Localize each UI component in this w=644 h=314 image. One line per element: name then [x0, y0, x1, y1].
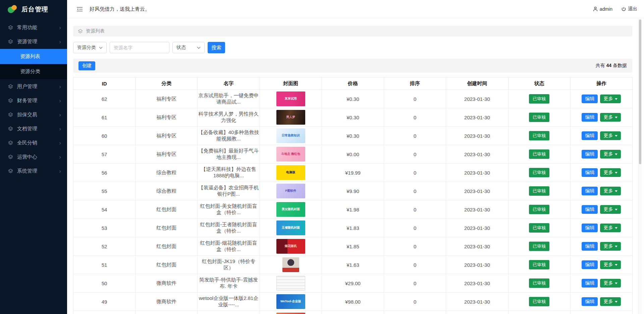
more-button[interactable]: 更多: [600, 168, 621, 177]
topbar: 好风凭借力，送我上青云。 admin 退出: [67, 0, 644, 18]
more-button[interactable]: 更多: [600, 279, 621, 288]
sidebar-item-8[interactable]: 全民分销 ›: [0, 136, 67, 149]
power-icon: [621, 7, 626, 12]
sidebar-item-4[interactable]: 用户管理 ›: [0, 80, 67, 93]
cell-status: 已审核: [508, 219, 570, 237]
caret-down-icon: [615, 172, 618, 174]
sidebar-subitem-3[interactable]: 资源分类: [0, 64, 67, 79]
edit-button[interactable]: 编辑: [582, 242, 598, 251]
cell-status: 已审核: [508, 145, 570, 164]
create-button[interactable]: 创建: [78, 61, 95, 70]
logout-button[interactable]: 退出: [621, 6, 637, 12]
cover-image[interactable]: 男人梦: [276, 110, 305, 125]
more-button[interactable]: 更多: [600, 187, 621, 195]
cover-image[interactable]: 京东试用: [276, 91, 305, 106]
edit-button[interactable]: 编辑: [582, 187, 598, 195]
cell-id: 53: [73, 219, 136, 237]
cell-created: 2023-01-30: [446, 164, 508, 182]
cell-cover: 京东试用: [260, 90, 322, 108]
cell-cover: 王者随机封面: [260, 219, 322, 237]
cover-image[interactable]: [282, 257, 299, 272]
cover-image[interactable]: 斗地主 撸红包: [276, 147, 305, 162]
cell-actions: 编辑 更多: [570, 256, 632, 274]
more-button[interactable]: 更多: [600, 113, 621, 122]
cell-sort: 0: [384, 274, 446, 293]
edit-button[interactable]: 编辑: [582, 150, 598, 159]
cell-name: 京东试用助手，一键免费申请商品试...: [198, 90, 260, 108]
cell-cover: 烟花随机: [260, 237, 322, 256]
edit-button[interactable]: 编辑: [582, 95, 598, 103]
resource-name-input[interactable]: [110, 42, 169, 53]
diamond-layers-icon: [8, 84, 13, 89]
more-button[interactable]: 更多: [600, 260, 621, 269]
logout-label: 退出: [628, 6, 637, 12]
col-header: 创建时间: [446, 77, 508, 90]
col-header: 操作: [570, 77, 632, 90]
cell-actions: 编辑 更多: [570, 274, 632, 293]
edit-button[interactable]: 编辑: [582, 224, 598, 232]
cell-id: 57: [73, 145, 136, 164]
edit-button[interactable]: 编辑: [582, 260, 598, 269]
vertical-scrollbar[interactable]: [638, 19, 642, 314]
sidebar-item-10[interactable]: 系统管理 ›: [0, 164, 67, 178]
submenu: 资源列表资源分类: [0, 49, 67, 79]
sidebar-item-7[interactable]: 文档管理 ›: [0, 122, 67, 135]
caret-down-icon: [615, 264, 618, 266]
sidebar-subitem-2[interactable]: 资源列表: [0, 49, 67, 64]
sidebar-item-9[interactable]: 运营中心 ›: [0, 150, 67, 164]
chevron-right-icon: ›: [59, 39, 61, 45]
edit-button[interactable]: 编辑: [582, 131, 598, 140]
cell-actions: 编辑 更多: [570, 200, 632, 219]
status-badge: 已审核: [529, 297, 549, 306]
cell-status: 已审核: [508, 164, 570, 182]
sidebar-item-5[interactable]: 财务管理 ›: [0, 94, 67, 107]
user-menu[interactable]: admin: [593, 6, 612, 12]
search-button[interactable]: 搜索: [208, 42, 225, 53]
more-button[interactable]: 更多: [600, 131, 621, 140]
more-button[interactable]: 更多: [600, 150, 621, 159]
cover-image[interactable]: 烟花随机: [276, 239, 305, 254]
cell-price: ¥9.90: [322, 182, 384, 200]
cell-created: 2023-01-30: [446, 127, 508, 145]
edit-button[interactable]: 编辑: [582, 113, 598, 122]
cell-status: 已审核: [508, 274, 570, 293]
cell-status: 已审核: [508, 182, 570, 200]
topbar-right: admin 退出: [593, 6, 637, 12]
status-badge: 已审核: [529, 149, 549, 159]
sidebar-item-6[interactable]: 担保交易 ›: [0, 108, 67, 121]
caret-down-icon: [615, 246, 618, 247]
cell-price: ¥19.99: [322, 164, 384, 182]
caret-down-icon: [615, 227, 618, 229]
more-button[interactable]: 更多: [600, 224, 621, 232]
cover-image[interactable]: 电脑版: [276, 165, 305, 180]
more-button[interactable]: 更多: [600, 297, 621, 306]
cover-image: [276, 313, 305, 314]
more-button[interactable]: 更多: [600, 205, 621, 214]
cell-created: 2023-01-30: [446, 219, 508, 237]
cover-image[interactable]: 美女随机封面: [276, 202, 305, 217]
status-select[interactable]: 状态: [172, 42, 205, 53]
edit-button[interactable]: 编辑: [582, 297, 598, 306]
cell-category: 福利专区: [136, 90, 198, 108]
diamond-layers-icon: [8, 112, 13, 117]
cover-image[interactable]: 日常急救知识: [276, 128, 305, 143]
edit-button[interactable]: 编辑: [582, 205, 598, 214]
sidebar-collapse-icon[interactable]: [76, 7, 83, 12]
table-row: 49 微商软件 wetool企业版一体版2.81企业版----... WeToo…: [73, 293, 633, 311]
cell-sort: 0: [384, 219, 446, 237]
scrollbar-thumb[interactable]: [639, 19, 641, 164]
cover-image[interactable]: P图软件: [276, 184, 305, 198]
more-button[interactable]: 更多: [600, 95, 621, 103]
cover-image[interactable]: WeTool-企业版: [276, 294, 305, 309]
cell-sort: 0: [384, 145, 446, 164]
edit-button[interactable]: 编辑: [582, 279, 598, 288]
cell-price: ¥0.00: [322, 145, 384, 164]
category-select[interactable]: 资源分类: [73, 42, 107, 53]
more-button[interactable]: 更多: [600, 242, 621, 251]
edit-button[interactable]: 编辑: [582, 168, 598, 177]
cover-image[interactable]: [276, 276, 305, 291]
sidebar-item-0[interactable]: 常用功能 ›: [0, 21, 67, 34]
cell-sort: 0: [384, 200, 446, 219]
cover-image[interactable]: 王者随机封面: [276, 221, 305, 235]
sidebar-item-1[interactable]: 资源管理 ›: [0, 35, 67, 48]
